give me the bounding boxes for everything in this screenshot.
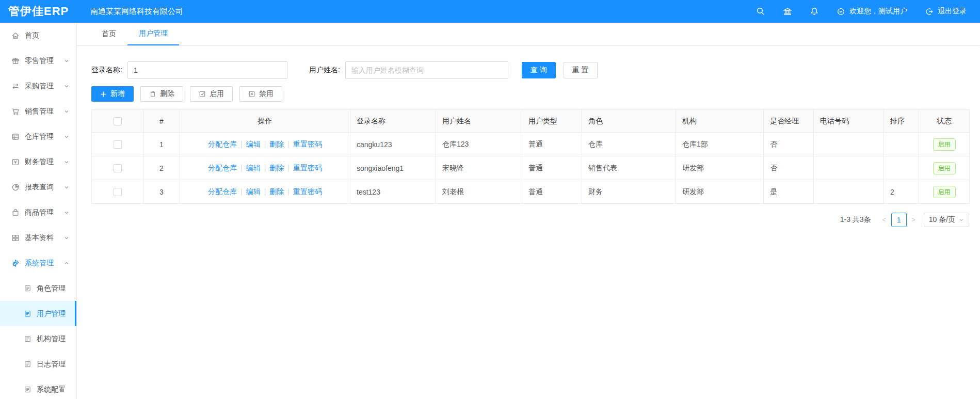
user-name-label: 用户姓名: <box>309 66 340 75</box>
cell-login-name: cangku123 <box>350 133 436 156</box>
logout-text: 退出登录 <box>938 7 967 16</box>
document-icon <box>24 310 31 317</box>
link-divider: | <box>240 187 243 196</box>
cell-role: 仓库 <box>582 133 676 156</box>
bank-icon[interactable] <box>783 7 792 16</box>
col-index: # <box>143 110 180 133</box>
reset-password-link[interactable]: 重置密码 <box>293 140 322 148</box>
cell-user-name: 仓库123 <box>436 133 522 156</box>
filter-row: 登录名称: 用户姓名: 查 询 重 置 <box>91 61 970 79</box>
col-ops: 操作 <box>180 110 350 133</box>
sidebar-item-sales[interactable]: 销售管理 <box>0 99 76 124</box>
edit-link[interactable]: 编辑 <box>246 164 261 172</box>
cell-index: 2 <box>143 156 180 180</box>
delete-link[interactable]: 删除 <box>269 164 284 172</box>
sidebar-item-label: 采购管理 <box>25 82 54 91</box>
reset-password-link[interactable]: 重置密码 <box>293 164 322 172</box>
delete-link[interactable]: 删除 <box>269 140 284 148</box>
sidebar-item-retail[interactable]: 零售管理 <box>0 48 76 73</box>
reset-password-link[interactable]: 重置密码 <box>293 187 322 196</box>
assign-warehouse-link[interactable]: 分配仓库 <box>208 140 237 148</box>
cell-phone <box>814 180 884 204</box>
next-page-button[interactable]: > <box>909 216 919 224</box>
assign-warehouse-link[interactable]: 分配仓库 <box>208 187 237 196</box>
assign-warehouse-link[interactable]: 分配仓库 <box>208 164 237 172</box>
prev-page-button[interactable]: < <box>879 216 889 224</box>
sidebar-item-basic-data[interactable]: 基本资料 <box>0 225 76 250</box>
home-icon <box>11 31 20 40</box>
user-name-input[interactable] <box>345 61 508 79</box>
row-checkbox[interactable] <box>114 164 122 172</box>
page-size-value: 10 条/页 <box>929 215 955 225</box>
login-name-input[interactable] <box>127 61 287 79</box>
disable-button-label: 禁用 <box>259 89 274 99</box>
sidebar-item-reports[interactable]: 报表查询 <box>0 174 76 200</box>
status-badge[interactable]: 启用 <box>933 162 956 174</box>
chevron-up-icon <box>64 261 69 266</box>
sidebar-item-system-config[interactable]: 系统配置 <box>0 377 76 399</box>
search-icon[interactable] <box>756 7 765 16</box>
col-login-name: 登录名称 <box>350 110 436 133</box>
row-checkbox[interactable] <box>114 188 122 196</box>
edit-link[interactable]: 编辑 <box>246 187 261 196</box>
status-badge[interactable]: 启用 <box>933 138 956 151</box>
sidebar-item-warehouse[interactable]: 仓库管理 <box>0 124 76 149</box>
trash-icon <box>149 90 156 98</box>
sidebar-item-home[interactable]: 首页 <box>0 23 76 48</box>
page-number-button[interactable]: 1 <box>891 213 907 227</box>
status-badge[interactable]: 启用 <box>933 186 956 198</box>
cell-sort <box>884 156 919 180</box>
sidebar-item-finance[interactable]: 财务管理 <box>0 149 76 174</box>
sidebar-item-log-mgmt[interactable]: 日志管理 <box>0 352 76 377</box>
cart-icon <box>11 107 20 116</box>
sidebar-item-org-mgmt[interactable]: 机构管理 <box>0 326 76 352</box>
document-icon <box>24 335 31 343</box>
delete-link[interactable]: 删除 <box>269 187 284 196</box>
logout-button[interactable]: 退出登录 <box>925 7 967 16</box>
row-checkbox[interactable] <box>114 140 122 149</box>
disable-button[interactable]: 禁用 <box>239 86 282 102</box>
cell-sort: 2 <box>884 180 919 204</box>
bell-icon[interactable] <box>810 7 819 16</box>
sidebar-item-label: 销售管理 <box>25 107 54 116</box>
chevron-down-icon <box>64 134 69 139</box>
user-menu[interactable]: 欢迎您，测试用户 <box>837 7 907 16</box>
logout-icon <box>925 7 934 16</box>
sidebar-item-role-mgmt[interactable]: 角色管理 <box>0 276 76 301</box>
cell-user-name: 宋晓锋 <box>436 156 522 180</box>
sidebar-item-label: 仓库管理 <box>25 132 54 141</box>
col-org: 机构 <box>676 110 764 133</box>
company-name: 南通某某网络科技有限公司 <box>90 7 183 17</box>
tab-user-mgmt[interactable]: 用户管理 <box>127 23 179 45</box>
add-button[interactable]: 新增 <box>91 86 134 102</box>
link-divider: | <box>240 140 243 148</box>
chevron-down-icon <box>64 84 69 89</box>
select-all-checkbox[interactable] <box>114 117 122 125</box>
sidebar-item-label: 机构管理 <box>37 334 66 344</box>
chevron-down-icon <box>64 210 69 215</box>
sidebar-item-label: 财务管理 <box>25 157 54 167</box>
cell-login-name: songxiaofeng1 <box>350 156 436 180</box>
search-button[interactable]: 查 询 <box>522 62 556 78</box>
tab-home[interactable]: 首页 <box>90 23 127 45</box>
col-is-manager: 是否经理 <box>764 110 814 133</box>
page-size-select[interactable]: 10 条/页 <box>924 213 969 227</box>
tab-bar: 首页 用户管理 <box>77 23 980 46</box>
enable-button[interactable]: 启用 <box>190 86 233 102</box>
pagination: 1-3 共3条 < 1 > 10 条/页 <box>91 213 969 227</box>
reset-button[interactable]: 重 置 <box>564 62 598 78</box>
sidebar-item-label: 系统管理 <box>25 259 54 268</box>
cell-phone <box>814 133 884 156</box>
sidebar-item-purchase[interactable]: 采购管理 <box>0 73 76 99</box>
sidebar-item-user-mgmt[interactable]: 用户管理 <box>0 301 76 326</box>
delete-button[interactable]: 删除 <box>140 86 183 102</box>
col-user-name: 用户姓名 <box>436 110 522 133</box>
cell-org: 仓库1部 <box>676 133 764 156</box>
cell-index: 1 <box>143 133 180 156</box>
top-header: 管伊佳ERP 南通某某网络科技有限公司 欢迎您，测试用户 退出登录 <box>0 0 980 23</box>
edit-link[interactable]: 编辑 <box>246 140 261 148</box>
sidebar-item-products[interactable]: 商品管理 <box>0 200 76 225</box>
table-row: 3 分配仓库|编辑|删除|重置密码 test123 刘老根 普通 财务 研发部 … <box>92 180 970 204</box>
col-phone: 电话号码 <box>814 110 884 133</box>
sidebar-item-system[interactable]: 系统管理 <box>0 250 76 276</box>
